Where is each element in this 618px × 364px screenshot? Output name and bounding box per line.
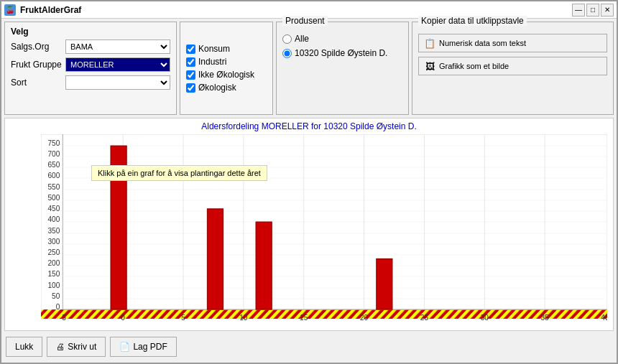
produsent-selected-label: 10320 Spilde Øystein D. [295,48,387,58]
alle-radio[interactable] [282,34,292,44]
close-button[interactable]: ✕ [601,4,614,17]
minimize-button[interactable]: — [572,4,585,17]
produsent-selected-row: 10320 Spilde Øystein D. [282,48,402,58]
chart-area[interactable]: Aldersfordeling MORELLER for 10320 Spild… [4,118,614,331]
svg-text:350: 350 [47,227,60,235]
checkbox-panel: Konsum Industri Ikke Økologisk Økologisk [180,22,273,115]
industri-label: Industri [198,57,226,67]
okologisk-label: Økologisk [198,83,236,93]
clipboard-icon: 📋 [423,37,436,49]
svg-text:10: 10 [239,314,247,322]
svg-text:0: 0 [121,314,125,322]
svg-text:750: 750 [47,139,60,147]
ikke-okologisk-checkbox[interactable] [186,70,195,80]
kopier-panel: Kopier data til utklippstavle 📋 Numerisk… [412,22,614,115]
sort-row: Sort [11,75,170,90]
svg-text:200: 200 [47,259,60,267]
grafikk-bilde-button[interactable]: 🖼 Grafikk som et bilde [418,57,607,75]
top-panel: Velg Salgs.Org BAMA Frukt Gruppe MORELLE… [4,22,614,115]
ikke-okologisk-label: Ikke Økologisk [198,70,254,80]
velg-title: Velg [11,27,170,37]
maximize-button[interactable]: □ [586,4,599,17]
bottom-bar: Lukk 🖨 Skriv ut 📄 Lag PDF [4,334,614,360]
frukt-gruppe-label: Frukt Gruppe [11,60,63,70]
tooltip-text: Klikk på ein graf for å visa plantingar … [98,169,261,177]
chart-tooltip: Klikk på ein graf for å visa plantingar … [91,165,267,181]
frukt-gruppe-row: Frukt Gruppe MORELLER [11,57,170,72]
chart-svg: 0 50 100 150 200 250 300 350 400 450 500… [41,134,607,330]
bar-4[interactable] [377,258,392,309]
skriv-ut-button[interactable]: 🖨 Skriv ut [47,337,106,357]
svg-text:40: 40 [601,314,607,322]
window-title: FruktAlderGraf [20,5,81,15]
salgs-org-row: Salgs.Org BAMA [11,39,170,54]
chart-title: Aldersfordeling MORELLER for 10320 Spild… [5,118,613,133]
okologisk-row: Økologisk [186,83,267,93]
svg-text:35: 35 [541,314,549,322]
lag-pdf-button[interactable]: 📄 Lag PDF [110,337,176,357]
ikke-okologisk-row: Ikke Økologisk [186,70,267,80]
produsent-title: Produsent [282,16,328,26]
svg-text:20: 20 [360,314,368,322]
svg-text:550: 550 [47,183,60,191]
printer-icon: 🖨 [56,342,65,352]
bar-3[interactable] [256,222,272,309]
salgs-org-select[interactable]: BAMA [65,39,170,54]
bar-2[interactable] [207,209,223,309]
frukt-gruppe-select[interactable]: MORELLER [65,57,170,72]
main-window: 🍒 FruktAlderGraf — □ ✕ Velg Salgs.Org BA… [0,0,618,364]
konsum-label: Konsum [198,44,230,54]
svg-text:500: 500 [47,194,60,202]
produsent-radio[interactable] [282,49,292,58]
svg-text:150: 150 [47,270,60,278]
chart-inner: 0 50 100 150 200 250 300 350 400 450 500… [5,133,613,330]
window-controls: — □ ✕ [572,4,614,17]
sort-label: Sort [11,78,63,88]
image-icon: 🖼 [423,60,436,72]
svg-text:100: 100 [47,281,60,289]
salgs-org-label: Salgs.Org [11,42,63,52]
velg-panel: Velg Salgs.Org BAMA Frukt Gruppe MORELLE… [4,22,177,115]
svg-text:5: 5 [181,314,185,322]
industri-checkbox[interactable] [186,57,195,67]
alle-row: Alle [282,34,402,44]
svg-text:15: 15 [300,314,308,322]
alle-label: Alle [295,34,309,44]
pdf-icon: 📄 [119,342,130,352]
produsent-panel: Produsent Alle 10320 Spilde Øystein D. [276,22,409,115]
konsum-row: Konsum [186,44,267,54]
content-area: Velg Salgs.Org BAMA Frukt Gruppe MORELLE… [1,19,617,363]
sort-select[interactable] [65,75,170,90]
grafikk-bilde-label: Grafikk som et bilde [439,62,509,70]
svg-text:300: 300 [47,238,60,246]
konsum-checkbox[interactable] [186,45,195,54]
industri-row: Industri [186,57,267,67]
svg-text:700: 700 [47,150,60,158]
svg-text:0: 0 [56,303,60,311]
svg-text:650: 650 [47,161,60,169]
lukk-button[interactable]: Lukk [6,337,42,357]
svg-text:250: 250 [47,248,60,256]
svg-text:450: 450 [47,205,60,213]
svg-text:400: 400 [47,215,60,223]
app-icon: 🍒 [4,4,16,16]
lag-pdf-label: Lag PDF [133,342,167,352]
svg-rect-3 [41,309,607,319]
svg-text:25: 25 [420,314,428,322]
numerisk-data-button[interactable]: 📋 Numerisk data som tekst [418,34,607,52]
svg-text:30: 30 [481,314,489,322]
svg-text:600: 600 [47,172,60,179]
svg-text:-5: -5 [60,314,66,322]
skriv-ut-label: Skriv ut [68,342,96,352]
title-bar-left: 🍒 FruktAlderGraf [4,4,81,16]
okologisk-checkbox[interactable] [186,83,195,93]
svg-text:50: 50 [52,292,60,300]
kopier-title: Kopier data til utklippstavle [418,16,527,26]
numerisk-data-label: Numerisk data som tekst [439,39,526,47]
